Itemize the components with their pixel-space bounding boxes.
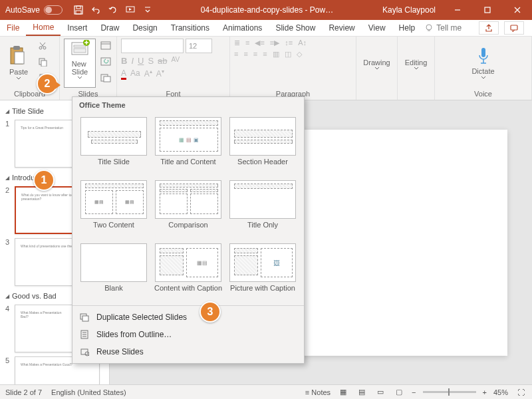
section-icon (100, 73, 111, 82)
indent-left-button[interactable]: ◀≡ (255, 39, 264, 47)
layout-content-caption[interactable]: ▦▤ Content with Caption (151, 241, 225, 304)
shrink-font-button[interactable]: A▾ (156, 68, 164, 80)
group-editing: Editing (398, 37, 435, 100)
align-left-button[interactable]: ≡ (234, 50, 238, 59)
layout-title-content[interactable]: ▦▤▣ Title and Content (151, 114, 225, 178)
comments-button[interactable] (504, 21, 524, 35)
tab-design[interactable]: Design (126, 21, 164, 35)
spacing-button[interactable]: AV (172, 56, 180, 66)
svg-rect-18 (74, 45, 86, 47)
tab-home[interactable]: Home (26, 20, 61, 36)
undo-icon[interactable] (90, 5, 101, 15)
new-slide-button[interactable]: New Slide (64, 39, 96, 88)
sorter-view-icon[interactable]: ▤ (356, 387, 368, 398)
fit-to-window-icon[interactable]: ⛶ (515, 387, 527, 398)
layout-comparison[interactable]: Comparison (151, 178, 225, 241)
font-size-select[interactable]: 12 (186, 39, 212, 53)
bold-button[interactable]: B (121, 56, 127, 66)
ribbon-tabs: File Home Insert Draw Design Transitions… (0, 20, 532, 37)
layout-title-only[interactable]: Title Only (225, 178, 300, 241)
layout-two-content[interactable]: ▦▤▦▤ Two Content (76, 178, 151, 241)
svg-rect-1 (76, 6, 80, 9)
copy-button[interactable] (36, 55, 49, 69)
tab-slideshow[interactable]: Slide Show (269, 21, 322, 35)
autosave-toggle[interactable]: AutoSave (0, 5, 68, 15)
linespacing-button[interactable]: ↕≡ (285, 39, 293, 47)
svg-rect-11 (15, 52, 24, 64)
italic-button[interactable]: I (131, 56, 134, 66)
editing-button[interactable]: Editing (402, 40, 430, 88)
maximize-button[interactable] (472, 0, 502, 20)
dictate-button[interactable]: Dictate (469, 39, 498, 86)
tab-transitions[interactable]: Transitions (164, 21, 216, 35)
ribbon: Paste Clipboard New Slide (0, 37, 532, 100)
shadow-button[interactable]: S (148, 56, 154, 66)
bullets-button[interactable]: ≣ (234, 39, 240, 47)
duplicate-slides-menu[interactable]: Duplicate Selected Slides (72, 309, 304, 326)
tell-me[interactable]: Tell me (424, 23, 462, 33)
tab-animations[interactable]: Animations (216, 21, 269, 35)
slides-from-outline-menu[interactable]: Slides from Outline… (72, 326, 304, 343)
indent-right-button[interactable]: ≡▶ (270, 39, 279, 47)
layout-title-slide[interactable]: Title Slide (76, 114, 151, 178)
qat-more-icon[interactable] (142, 5, 153, 15)
scissors-icon (38, 41, 47, 51)
cut-button[interactable] (36, 39, 49, 53)
tab-draw[interactable]: Draw (94, 21, 126, 35)
zoom-out-button[interactable]: − (412, 388, 416, 396)
tab-insert[interactable]: Insert (61, 21, 94, 35)
smartart-button[interactable]: ◇ (297, 50, 302, 59)
reset-button[interactable] (98, 55, 113, 69)
reuse-slides-menu[interactable]: Reuse Slides (72, 343, 304, 360)
slideshow-view-icon[interactable]: ▢ (393, 387, 405, 398)
tab-help[interactable]: Help (392, 21, 422, 35)
svg-rect-10 (13, 46, 20, 50)
layout-blank[interactable]: Blank (76, 241, 151, 304)
tab-file[interactable]: File (0, 21, 26, 35)
align-right-button[interactable]: ≡ (253, 50, 257, 59)
strike-button[interactable]: ab (158, 56, 167, 66)
slideshow-icon[interactable] (125, 5, 136, 15)
tab-review[interactable]: Review (322, 21, 361, 35)
language-status[interactable]: English (United States) (51, 388, 126, 396)
font-family-select[interactable] (121, 39, 184, 53)
layout-picture-caption[interactable]: 🖼 Picture with Caption (225, 241, 300, 304)
minimize-button[interactable] (442, 0, 472, 20)
chevron-down-icon (481, 76, 486, 79)
columns-button[interactable]: ▥ (273, 50, 279, 59)
normal-view-icon[interactable]: ▦ (337, 387, 349, 398)
redo-icon[interactable] (108, 5, 118, 15)
new-slide-gallery: Office Theme Title Slide ▦▤▣ Title and C… (72, 96, 305, 364)
underline-button[interactable]: U (138, 56, 144, 66)
align-center-button[interactable]: ≡ (243, 50, 247, 59)
section-button[interactable] (98, 70, 113, 85)
text-direction-button[interactable]: A↕ (298, 39, 307, 47)
paste-button[interactable]: Paste (4, 39, 33, 86)
close-button[interactable] (502, 0, 532, 20)
zoom-in-button[interactable]: + (483, 388, 487, 396)
grow-font-button[interactable]: A▴ (144, 68, 152, 80)
drawing-button[interactable]: Drawing (362, 40, 392, 88)
zoom-level[interactable]: 45% (493, 388, 508, 396)
font-color-button[interactable]: A (121, 68, 126, 80)
share-button[interactable] (479, 21, 499, 35)
justify-button[interactable]: ≡ (263, 50, 267, 59)
numbering-button[interactable]: ≡ (245, 39, 249, 47)
reuse-icon (79, 346, 90, 357)
user-name[interactable]: Kayla Claypool (376, 5, 442, 15)
align-text-button[interactable]: ◫ (285, 50, 291, 59)
reading-view-icon[interactable]: ▭ (374, 387, 386, 398)
tab-view[interactable]: View (362, 21, 392, 35)
layout-section-header[interactable]: Section Header (225, 114, 300, 178)
save-icon[interactable] (73, 5, 84, 15)
slide-counter[interactable]: Slide 2 of 7 (5, 388, 42, 396)
outline-icon (79, 329, 90, 340)
zoom-slider[interactable] (423, 391, 476, 393)
case-button[interactable]: Aa (130, 68, 140, 80)
svg-rect-19 (74, 49, 86, 53)
notes-button[interactable]: ≡ Notes (305, 388, 331, 396)
window-title: 04-duplicate-and-copy-slides - Pow… (158, 5, 376, 15)
svg-rect-8 (511, 25, 517, 30)
layout-button[interactable] (98, 39, 113, 53)
drawing-label: Drawing (363, 59, 390, 66)
